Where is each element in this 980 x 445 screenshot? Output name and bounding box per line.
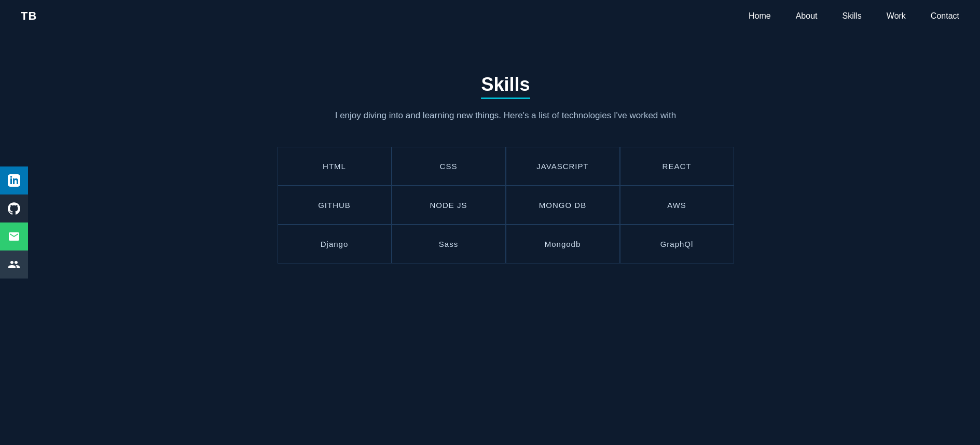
- skill-card: Mongodb: [506, 225, 620, 263]
- skill-card: GITHUB: [278, 186, 392, 225]
- skill-card: Django: [278, 225, 392, 263]
- skills-title: Skills: [481, 74, 530, 99]
- nav-skills[interactable]: Skills: [842, 11, 861, 21]
- skill-card: GraphQl: [620, 225, 734, 263]
- nav-about[interactable]: About: [796, 11, 818, 21]
- linkedin-icon[interactable]: [0, 166, 28, 194]
- skill-card: CSS: [392, 147, 506, 186]
- skills-subtitle: I enjoy diving into and learning new thi…: [335, 110, 677, 121]
- social-sidebar: [0, 0, 28, 445]
- main-nav: Home About Skills Work Contact: [749, 11, 959, 21]
- skills-grid: HTMLCSSJAVASCRIPTREACTGITHUBNODE JSMONGO…: [278, 147, 734, 263]
- nav-contact[interactable]: Contact: [931, 11, 959, 21]
- skill-card: JAVASCRIPT: [506, 147, 620, 186]
- skill-card: NODE JS: [392, 186, 506, 225]
- skill-card: AWS: [620, 186, 734, 225]
- nav-home[interactable]: Home: [749, 11, 771, 21]
- skill-card: HTML: [278, 147, 392, 186]
- github-icon[interactable]: [0, 194, 28, 223]
- email-icon[interactable]: [0, 223, 28, 251]
- skills-section: Skills I enjoy diving into and learning …: [267, 74, 744, 263]
- skill-card: Sass: [392, 225, 506, 263]
- skill-card: REACT: [620, 147, 734, 186]
- nav-work[interactable]: Work: [887, 11, 906, 21]
- resume-icon[interactable]: [0, 251, 28, 279]
- skill-card: MONGO DB: [506, 186, 620, 225]
